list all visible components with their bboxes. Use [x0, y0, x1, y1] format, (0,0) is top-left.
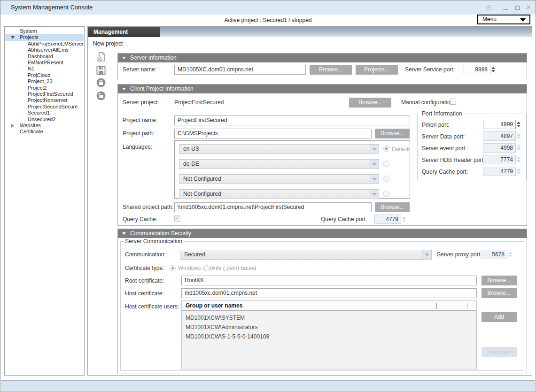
tree-item-project[interactable]: Secured1 [5, 110, 84, 116]
spinner-arrows-icon[interactable] [491, 67, 495, 72]
projects-button[interactable]: Projects... [356, 65, 398, 75]
tab-strip: Management [88, 27, 532, 37]
server-project-label: Server project: [123, 99, 159, 106]
chevron-down-icon[interactable] [370, 175, 379, 184]
host-certificate-label: Host certificate: [125, 290, 164, 297]
menu-dropdown[interactable]: Menu [477, 15, 530, 24]
section-header-server-information[interactable]: Server Information [118, 54, 527, 62]
user-row[interactable]: MD1001XCW\Administrators [186, 324, 257, 331]
language-default-radio-4[interactable] [383, 191, 389, 197]
tree-item-system[interactable]: System [5, 28, 84, 34]
root-certificate-input[interactable]: RootKK [181, 276, 477, 285]
user-row[interactable]: MD1001XCW\SYSTEM [186, 315, 245, 321]
tree-item-project[interactable]: Project_23 [5, 78, 84, 85]
section-client-project-information: Client Project Information Server projec… [117, 84, 527, 226]
section-header-communication-security[interactable]: Communication Security [118, 229, 527, 238]
language-select-4[interactable]: Not Configured [179, 189, 379, 199]
host-certificate-input[interactable]: md1005xc.dom01.cmpns.net [181, 288, 477, 298]
close-button[interactable]: ✕ [524, 3, 533, 12]
shared-path-browse-button[interactable]: Browse... [375, 202, 410, 212]
query-cache-port-group-spinner: 4779 [483, 167, 520, 176]
collapse-triangle-icon [122, 88, 126, 90]
language-default-radio-2[interactable] [383, 161, 389, 167]
server-browse-button[interactable]: Browse... [310, 65, 352, 75]
language-select-3[interactable]: Not Configured [179, 174, 379, 184]
user-row[interactable]: MD1001XCW\S-1-5-5-0-1400108 [186, 333, 269, 340]
root-certificate-browse-button[interactable]: Browse... [482, 276, 517, 285]
maximize-icon [515, 6, 520, 10]
service-port-spinner[interactable]: 8888 [464, 65, 495, 74]
unlock-icon[interactable] [96, 91, 107, 102]
new-project-icon[interactable] [96, 51, 107, 62]
host-certificate-users-label: Host certificate users: [125, 303, 179, 310]
expanded-triangle-icon[interactable] [11, 36, 15, 39]
minimize-icon [503, 9, 508, 10]
host-certificate-browse-button[interactable]: Browse... [482, 288, 517, 298]
tree-item-websites[interactable]: Websites [5, 123, 84, 129]
shared-project-path-input[interactable]: \\md1005xc.dom01.cmpns.net\ProjectFirstS… [174, 202, 372, 212]
query-cache-port-spinner: 4779 [374, 215, 406, 224]
project-path-input[interactable]: C:\GMSProjects [174, 129, 372, 138]
language-select-1[interactable]: en-US [179, 144, 379, 154]
tree-item-project[interactable]: Project2 [5, 85, 84, 91]
server-project-browse-button[interactable]: Browse... [349, 98, 391, 108]
collapse-triangle-icon [122, 57, 126, 59]
pem-file-radio[interactable] [204, 265, 210, 271]
spinner-arrows-icon [508, 252, 512, 257]
tree-item-project[interactable]: N1 [5, 66, 84, 72]
project-name-input[interactable]: ProjectFirstSecured [174, 115, 410, 125]
server-event-port-label: Server event port: [422, 145, 466, 152]
section-header-client-project-information[interactable]: Client Project Information [118, 85, 527, 93]
section-server-information: Server Information Server name: MD1005XC… [117, 53, 527, 80]
tree-item-project[interactable]: ProjectSecondSecure [5, 104, 84, 110]
tree-item-projects[interactable]: Projects [5, 34, 84, 40]
chevron-down-icon[interactable] [370, 160, 379, 169]
column-separator [436, 303, 437, 309]
server-data-port-label: Server Data port: [422, 133, 465, 140]
tab-management[interactable]: Management [88, 27, 160, 37]
chevron-down-icon[interactable] [422, 250, 431, 259]
save-icon[interactable] [96, 65, 107, 77]
collapsed-triangle-icon[interactable] [11, 124, 14, 128]
windows-store-radio[interactable] [170, 265, 176, 271]
server-name-input[interactable]: MD1005XC.dom01.cmpns.net [174, 65, 306, 75]
language-select-2[interactable]: de-DE [179, 159, 379, 169]
server-project-value: ProjectFirstSecured [174, 99, 224, 106]
query-cache-checkbox[interactable] [174, 215, 180, 222]
tree-item-project[interactable]: ProjCloud [5, 72, 84, 78]
spinner-arrows-icon[interactable] [517, 122, 520, 127]
window-title: System Management Console [11, 4, 93, 11]
active-project-status: Active project : Secured1 / stopped [0, 17, 536, 23]
server-event-port-spinner: 4998 [483, 143, 520, 153]
shared-project-path-label: Shared project path: [123, 204, 173, 210]
language-default-radio-1[interactable] [383, 146, 389, 152]
manual-configuration-checkbox[interactable] [450, 99, 456, 105]
maximize-button[interactable] [513, 3, 521, 12]
column-separator [467, 303, 467, 309]
project-name-label: Project name: [123, 117, 157, 123]
tree-item-project[interactable]: EMNotPResent [5, 60, 84, 66]
menu-label: Menu [482, 16, 497, 23]
server-name-label: Server name: [123, 66, 156, 73]
lock-icon[interactable] [96, 77, 107, 89]
minimize-button[interactable] [501, 3, 510, 12]
chevron-down-icon[interactable] [370, 190, 379, 199]
chevron-down-icon[interactable] [370, 145, 379, 154]
pem-file-label: File (.pem) based [212, 265, 256, 271]
tree-item-certificate[interactable]: Certificate [5, 129, 84, 135]
spinner-arrows-icon [517, 145, 520, 151]
tree-item-project[interactable]: AbhiProjSomeEMServer [5, 41, 84, 47]
tree-item-project[interactable]: AbhiserverAllEms [5, 47, 84, 53]
pmon-port-label: Pmon port: [422, 122, 450, 128]
tree-item-project[interactable]: ProjectFirstSecured [5, 91, 84, 97]
add-user-button[interactable]: Add [482, 312, 517, 322]
pmon-port-spinner[interactable]: 4999 [483, 120, 520, 129]
project-path-browse-button[interactable]: Browse... [375, 129, 410, 138]
tree-item-project[interactable]: Dashboard [5, 54, 84, 60]
host-certificate-users-table[interactable]: Group or user names MD1001XCW\SYSTEM MD1… [181, 300, 477, 369]
communication-select[interactable]: Secured [180, 250, 432, 260]
language-default-radio-3[interactable] [383, 176, 389, 182]
tree-item-project[interactable]: Unsecured2 [5, 116, 84, 123]
app-window: System Management Console ✕ Active proje… [0, 0, 536, 392]
tree-item-project[interactable]: ProjectNonserver [5, 97, 84, 103]
